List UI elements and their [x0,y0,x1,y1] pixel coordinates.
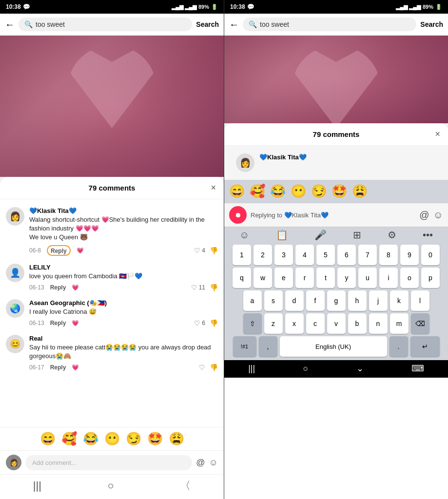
emoji-btn-left[interactable]: ☺ [209,458,218,468]
key-k[interactable]: k [390,290,409,311]
key-i[interactable]: i [379,268,398,288]
key-6[interactable]: 6 [337,245,356,265]
key-w[interactable]: w [253,268,272,288]
key-0[interactable]: 0 [421,245,440,265]
comments-title-left: 79 comments [89,184,136,192]
key-x[interactable]: x [285,313,304,334]
key-comma[interactable]: , [259,336,277,357]
nav-home-right[interactable]: ○ [303,364,308,374]
nav-back-left[interactable]: 〈 [180,479,191,493]
search-input-wrap-right[interactable]: 🔍 too sweet [243,18,416,31]
key-4[interactable]: 4 [295,245,314,265]
comment-reply-btn-1[interactable]: Reply [51,248,67,254]
key-j[interactable]: j [369,290,388,311]
key-f[interactable]: f [306,290,325,311]
key-1[interactable]: 1 [233,245,251,265]
key-u[interactable]: u [358,268,377,288]
comment-meta-2: 06-13 Reply 💗 ♡ 11 👎 [29,284,218,291]
nav-home-left[interactable]: ○ [107,480,114,492]
comment-reply-btn-4[interactable]: Reply [50,364,66,371]
close-button-right[interactable]: × [435,129,440,139]
kb-more-tool[interactable]: ••• [423,230,433,241]
key-l[interactable]: l [411,290,429,311]
key-8[interactable]: 8 [379,245,398,265]
kb-emoji-tool[interactable]: ☺ [239,230,249,241]
key-period[interactable]: . [390,336,408,357]
search-button-right[interactable]: Search [420,20,443,28]
comment-reply-highlight-1[interactable]: Reply [47,245,71,256]
back-button-right[interactable]: ← [229,19,239,30]
key-o[interactable]: o [400,268,419,288]
comment-item-4: 😊 Real Say hii to meee please catt😭😭😭😭 y… [0,331,224,375]
kb-clipboard-tool[interactable]: 📋 [276,229,288,241]
comment-preview-right: 👩 💙Klasik Tita💙 [224,146,448,180]
key-enter[interactable]: ↵ [410,336,440,357]
key-9[interactable]: 9 [400,245,419,265]
key-n[interactable]: n [369,313,388,334]
key-q[interactable]: q [233,268,251,288]
record-button[interactable]: ⏺ [229,206,247,224]
comment-input-left[interactable]: Add comment... [25,455,192,470]
emoji-4-left[interactable]: 😶 [104,431,120,446]
nav-back-right[interactable]: ⌄ [356,363,364,374]
kb-emoji-1[interactable]: 😄 [229,184,245,199]
key-y[interactable]: y [337,268,356,288]
key-shift[interactable]: ⇧ [243,313,262,334]
key-7[interactable]: 7 [358,245,377,265]
key-2[interactable]: 2 [253,245,272,265]
key-h[interactable]: h [348,290,367,311]
key-z[interactable]: z [264,313,283,334]
comment-username-1: 💙Klasik Tita💙 [29,207,218,214]
key-e[interactable]: e [274,268,293,288]
emoji-7-left[interactable]: 😩 [169,431,184,446]
key-v[interactable]: v [327,313,346,334]
video-thumbnail-left [0,36,224,177]
key-p[interactable]: p [421,268,440,288]
key-s[interactable]: s [264,290,283,311]
key-nums[interactable]: !#1 [233,336,256,357]
key-m[interactable]: m [390,313,409,334]
at-icon-left[interactable]: @ [196,458,205,468]
emoji-6-left[interactable]: 🤩 [147,431,163,446]
close-button-left[interactable]: × [211,183,216,193]
key-g[interactable]: g [327,290,346,311]
kb-emoji-7[interactable]: 😩 [352,184,368,199]
kb-emoji-3[interactable]: 😂 [270,184,286,199]
key-t[interactable]: t [316,268,335,288]
key-d[interactable]: d [285,290,304,311]
nav-keyboard-right[interactable]: ⌨ [411,363,424,374]
kb-mic-tool[interactable]: 🎤 [314,229,327,241]
emoji-2-left[interactable]: 🥰 [61,431,77,446]
comments-list-left[interactable]: 👩 💙Klasik Tita💙 Walang shortcut-shortcut… [0,199,224,427]
key-3[interactable]: 3 [274,245,293,265]
emoji-button-right[interactable]: ☺ [433,210,443,221]
key-r[interactable]: r [295,268,314,288]
search-input-wrap-left[interactable]: 🔍 too sweet [19,18,192,31]
key-delete[interactable]: ⌫ [411,313,429,334]
comment-reply-btn-2[interactable]: Reply [50,284,66,291]
key-b[interactable]: b [348,313,367,334]
comment-placeholder-left: Add comment... [32,459,77,466]
emoji-3-left[interactable]: 😂 [83,431,98,446]
nav-menu-right[interactable]: ||| [248,364,255,374]
bottom-row: !#1 , English (UK) . ↵ [226,336,446,357]
kb-emoji-2[interactable]: 🥰 [250,184,265,199]
at-button-right[interactable]: @ [419,210,429,221]
kb-emoji-6[interactable]: 🤩 [331,184,347,199]
key-a[interactable]: a [243,290,262,311]
key-5[interactable]: 5 [316,245,335,265]
emoji-1-left[interactable]: 😄 [40,431,56,446]
search-button-left[interactable]: Search [196,20,219,28]
kb-emoji-4[interactable]: 😶 [291,184,306,199]
comment-reply-btn-3[interactable]: Reply [50,320,66,326]
key-space[interactable]: English (UK) [280,336,387,357]
nav-menu-left[interactable]: ||| [33,480,41,492]
emoji-5-left[interactable]: 😏 [126,431,141,446]
keyboard-toolbar: ☺ 📋 🎤 ⊞ ⚙ ••• [224,227,448,243]
back-button-left[interactable]: ← [5,19,15,30]
kb-layout-tool[interactable]: ⊞ [353,229,361,241]
avatar-4: 😊 [6,335,24,353]
kb-emoji-5[interactable]: 😏 [311,184,327,199]
kb-settings-tool[interactable]: ⚙ [388,229,396,241]
key-c[interactable]: c [306,313,325,334]
